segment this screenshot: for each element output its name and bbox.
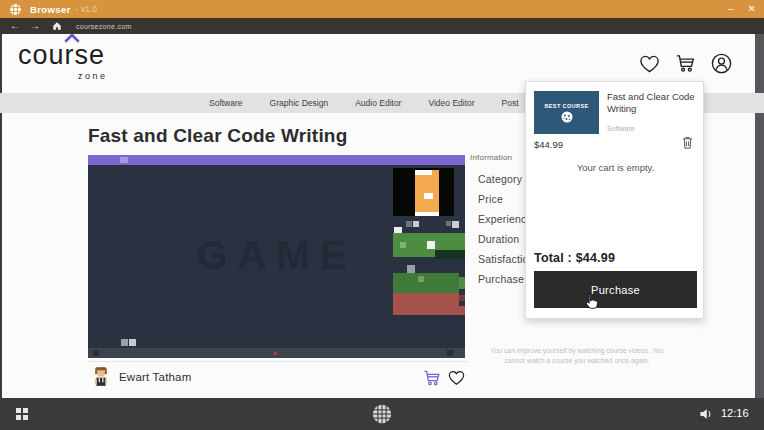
best-course-badge: BEST COURSE [544, 103, 588, 109]
remove-item-trash-icon[interactable] [681, 135, 694, 150]
page-left-edge [0, 34, 2, 398]
course-title: Fast and Clear Code Writing [88, 125, 347, 147]
nav-item-software[interactable]: Software [209, 98, 243, 108]
art-shape [406, 221, 412, 227]
note-line-1: You can improve yourself by watching cou… [491, 347, 664, 354]
art-shape [435, 250, 465, 259]
note-line-2: cannot watch a course you watched once a… [504, 357, 649, 364]
volume-icon[interactable] [698, 406, 714, 422]
window-titlebar: Browser - v1.0 – ✕ [0, 0, 764, 18]
art-shape [415, 212, 439, 216]
art-shape [23, 415, 28, 420]
close-button[interactable]: ✕ [748, 0, 756, 18]
cart-item-thumbnail: BEST COURSE [534, 91, 599, 134]
author-name: Ewart Tatham [119, 371, 192, 383]
info-panel-header: Information [470, 153, 512, 162]
account-button[interactable] [710, 52, 733, 75]
divider [88, 361, 467, 362]
favorite-course-icon[interactable] [447, 368, 466, 387]
nav-item-post[interactable]: Post [502, 98, 519, 108]
art-shape [120, 157, 128, 163]
forward-button[interactable]: → [30, 18, 40, 34]
art-shape [459, 306, 465, 315]
purchase-button[interactable]: Purchase [534, 271, 697, 308]
site-logo-text: course [18, 40, 105, 70]
art-shape [424, 193, 433, 199]
cart-button[interactable] [674, 52, 697, 75]
art-shape [400, 242, 406, 248]
favorites-heart-button[interactable] [638, 52, 661, 75]
art-shape [121, 339, 128, 346]
back-button[interactable]: ← [10, 18, 20, 34]
art-shape [459, 295, 465, 301]
add-to-cart-icon[interactable] [422, 368, 442, 388]
site-logo[interactable]: course zone [18, 40, 138, 88]
art-shape [88, 155, 465, 165]
page-scrollbar[interactable] [755, 34, 764, 398]
webpage: course zone [0, 34, 764, 398]
art-shape [393, 273, 459, 293]
nav-item-video-editor[interactable]: Video Editor [428, 98, 474, 108]
cart-dropdown: BEST COURSE Fast and Clear Code Writing … [525, 81, 704, 319]
art-shape [16, 415, 21, 420]
art-shape [415, 170, 432, 175]
art-shape [459, 277, 465, 289]
nav-item-audio-editor[interactable]: Audio Editor [355, 98, 401, 108]
browser-toolbar: ← → coursezone.com [0, 18, 764, 34]
art-shape [16, 408, 21, 413]
hand-cursor-icon [584, 293, 598, 310]
window-version: - v1.0 [76, 4, 97, 14]
art-shape [93, 350, 99, 356]
cart-item-category: Software [607, 125, 635, 132]
home-icon[interactable] [52, 21, 62, 31]
window-title: Browser [30, 4, 71, 15]
art-shape [393, 293, 459, 315]
author-avatar [94, 367, 108, 386]
art-shape [129, 339, 136, 346]
nav-item-graphic-design[interactable]: Graphic Design [270, 98, 329, 108]
browser-window: Browser - v1.0 – ✕ ← → coursezone.com co… [0, 0, 764, 430]
art-shape [274, 352, 277, 355]
cart-item-price: $44.99 [534, 139, 563, 150]
browser-app-icon [9, 3, 22, 16]
cart-total: Total : $44.99 [534, 251, 615, 265]
cookie-icon [560, 111, 574, 123]
clock: 12:16 [721, 407, 749, 419]
art-shape [446, 221, 451, 226]
course-note: You can improve yourself by watching cou… [462, 346, 692, 366]
course-footer: Ewart Tatham [88, 365, 467, 391]
minimize-button[interactable]: – [728, 0, 734, 18]
cart-empty-message: Your cart is empty. [526, 162, 705, 173]
art-shape [23, 408, 28, 413]
course-preview-image: GAME [88, 155, 465, 358]
os-taskbar: 12:16 [0, 398, 764, 430]
logo-caret-icon [64, 33, 80, 43]
site-logo-subtext: zone [78, 71, 108, 81]
art-shape [447, 350, 453, 356]
art-shape [413, 221, 419, 227]
cart-item-title: Fast and Clear Code Writing [607, 91, 702, 116]
art-shape [418, 276, 424, 282]
art-shape [452, 221, 459, 228]
art-shape [427, 241, 435, 249]
start-menu-button[interactable] [16, 408, 28, 420]
taskbar-browser-icon[interactable] [371, 403, 393, 425]
art-shape [407, 265, 415, 273]
address-bar[interactable]: coursezone.com [76, 23, 132, 30]
